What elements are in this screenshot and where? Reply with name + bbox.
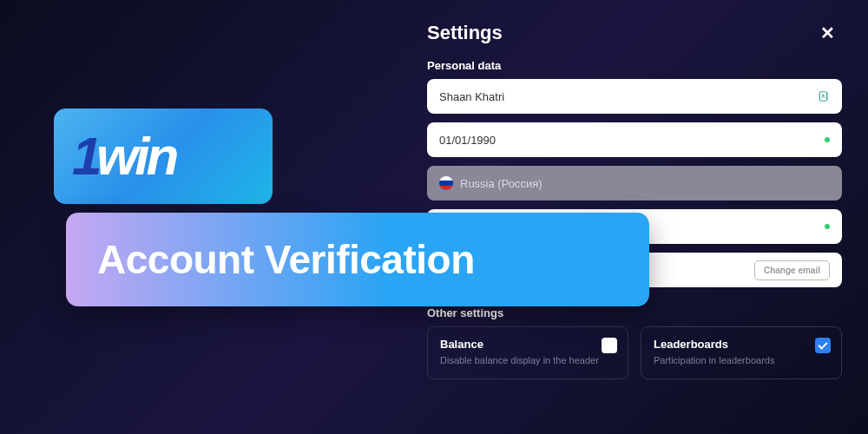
balance-checkbox[interactable]: [602, 338, 617, 353]
onewin-logo-icon: 1 win: [72, 124, 254, 188]
country-value: Russia (Россия): [460, 177, 542, 190]
personal-data-label: Personal data: [427, 59, 842, 72]
promo-title: Account Verification: [97, 236, 475, 283]
other-settings-label: Other settings: [427, 306, 842, 319]
promo-block: 1 win Account Verification: [54, 108, 273, 204]
leaderboards-card-desc: Participation in leaderboards: [654, 354, 829, 366]
dob-value: 01/01/1990: [439, 134, 496, 147]
settings-cards-row: Balance Disable balance display in the h…: [427, 326, 842, 379]
leaderboards-checkbox[interactable]: [815, 338, 831, 353]
leaderboards-card: Leaderboards Participation in leaderboar…: [641, 326, 842, 379]
contacts-icon: [818, 90, 830, 102]
status-dot-icon: [825, 224, 830, 229]
dob-field[interactable]: 01/01/1990: [427, 122, 842, 157]
settings-title: Settings: [427, 22, 503, 44]
change-email-button[interactable]: Change email: [754, 260, 830, 280]
leaderboards-card-title: Leaderboards: [654, 338, 829, 351]
settings-panel: Settings ✕ Personal data Shaan Khatri 01…: [427, 19, 842, 379]
other-settings-section: Other settings Balance Disable balance d…: [427, 306, 842, 379]
brand-logo: 1 win: [54, 108, 273, 204]
balance-card-desc: Disable balance display in the header: [440, 354, 615, 366]
svg-point-1: [822, 95, 824, 96]
country-field: Russia (Россия): [427, 166, 842, 201]
svg-text:win: win: [96, 126, 177, 186]
promo-title-card: Account Verification: [66, 213, 649, 306]
settings-header: Settings ✕: [427, 19, 842, 47]
status-dot-icon: [825, 137, 830, 142]
name-field[interactable]: Shaan Khatri: [427, 79, 842, 114]
balance-card: Balance Disable balance display in the h…: [427, 326, 628, 379]
balance-card-title: Balance: [440, 338, 615, 351]
flag-russia-icon: [439, 176, 453, 190]
name-value: Shaan Khatri: [439, 90, 504, 103]
close-icon[interactable]: ✕: [813, 19, 842, 47]
